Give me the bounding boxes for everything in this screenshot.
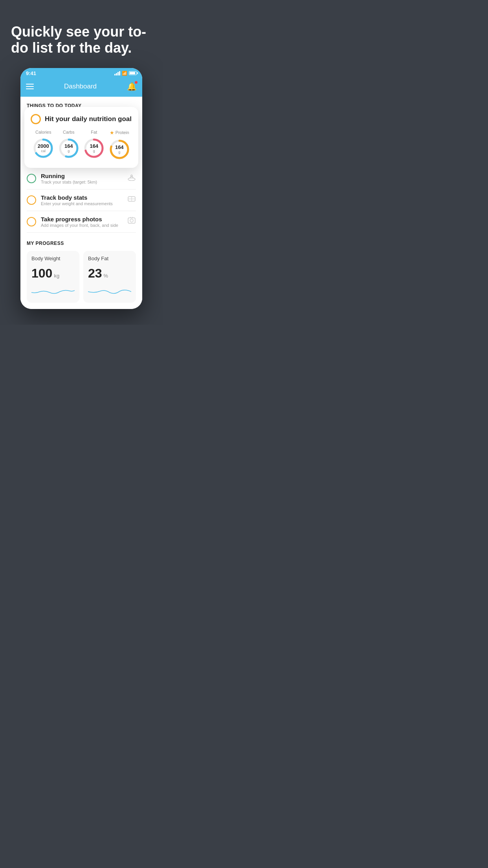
body-fat-unit: % <box>104 273 108 279</box>
body-weight-value-row: 100 kg <box>31 266 75 281</box>
status-time: 9:41 <box>26 70 36 76</box>
notifications-button[interactable]: 🔔 <box>127 82 137 91</box>
menu-button[interactable] <box>26 84 34 89</box>
running-icon <box>127 174 136 183</box>
protein-item: ★ Protein 164 g <box>108 130 131 161</box>
calorie-donut: 2000 cal <box>32 137 55 160</box>
wifi-icon: 📶 <box>122 71 127 76</box>
photos-title: Take progress photos <box>41 216 123 223</box>
fat-value: 164 <box>90 143 98 149</box>
battery-icon <box>129 71 137 75</box>
todo-list: Running Track your stats (target: 5km) <box>20 168 142 233</box>
calorie-item: Calories 2000 cal <box>32 130 55 160</box>
protein-donut: 164 g <box>108 138 131 161</box>
body-fat-value: 23 <box>88 266 102 281</box>
hero-headline: Quickly see your to-do list for the day. <box>11 24 152 56</box>
svg-point-14 <box>130 219 133 222</box>
things-to-do-section: THINGS TO DO TODAY Hit your daily nutrit… <box>20 97 142 168</box>
phone-content: THINGS TO DO TODAY Hit your daily nutrit… <box>20 97 142 309</box>
carbs-value: 164 <box>64 143 73 149</box>
running-title: Running <box>41 173 123 179</box>
body-fat-chart <box>88 285 131 296</box>
protein-value: 164 <box>115 145 124 150</box>
progress-cards: Body Weight 100 kg Body Fat 23 <box>27 251 136 303</box>
carbs-donut: 164 g <box>57 137 80 160</box>
app-header: Dashboard 🔔 <box>20 78 142 97</box>
svg-rect-13 <box>128 218 135 223</box>
body-stats-check[interactable] <box>27 195 36 205</box>
running-subtitle: Track your stats (target: 5km) <box>41 180 123 184</box>
hero-section: Quickly see your to-do list for the day. <box>0 0 163 68</box>
svg-point-9 <box>131 175 132 177</box>
background: Quickly see your to-do list for the day.… <box>0 0 163 325</box>
card-header-row: Hit your daily nutrition goal <box>31 114 132 124</box>
fat-label: Fat <box>91 130 97 134</box>
todo-item-photos[interactable]: Take progress photos Add images of your … <box>27 211 136 233</box>
nutrition-card: Hit your daily nutrition goal Calories <box>24 107 138 168</box>
body-stats-title: Track body stats <box>41 194 123 201</box>
progress-section: MY PROGRESS Body Weight 100 kg Body F <box>20 233 142 309</box>
progress-title: MY PROGRESS <box>27 241 136 246</box>
calorie-label: Calories <box>35 130 51 134</box>
status-icons: 📶 <box>114 71 137 76</box>
photos-subtitle: Add images of your front, back, and side <box>41 223 123 228</box>
calorie-value: 2000 <box>38 143 49 149</box>
nutrition-circles: Calories 2000 cal <box>31 130 132 161</box>
photo-icon <box>127 217 136 226</box>
todo-item-body-stats[interactable]: Track body stats Enter your weight and m… <box>27 189 136 211</box>
scale-icon <box>127 195 136 204</box>
body-stats-text: Track body stats Enter your weight and m… <box>41 194 123 206</box>
carbs-label: Carbs <box>63 130 74 134</box>
body-weight-value: 100 <box>31 266 52 281</box>
running-check[interactable] <box>27 174 36 183</box>
status-bar: 9:41 📶 <box>20 68 142 78</box>
header-title: Dashboard <box>64 83 97 90</box>
nutrition-check-circle[interactable] <box>31 114 41 124</box>
carbs-item: Carbs 164 g <box>57 130 80 160</box>
svg-line-15 <box>130 217 131 218</box>
svg-line-16 <box>132 217 133 218</box>
nutrition-card-title: Hit your daily nutrition goal <box>45 115 132 123</box>
body-weight-card[interactable]: Body Weight 100 kg <box>27 251 79 303</box>
svg-point-8 <box>128 178 135 181</box>
body-weight-label: Body Weight <box>31 256 75 261</box>
notification-dot <box>135 81 138 84</box>
protein-label: ★ Protein <box>110 130 129 136</box>
star-icon: ★ <box>110 130 114 136</box>
body-stats-subtitle: Enter your weight and measurements <box>41 201 123 206</box>
body-fat-label: Body Fat <box>88 256 131 261</box>
phone-mockup: 9:41 📶 Dashboard 🔔 <box>20 68 142 309</box>
body-fat-value-row: 23 % <box>88 266 131 281</box>
body-weight-chart <box>31 285 75 296</box>
fat-donut: 164 g <box>83 137 105 160</box>
photos-check[interactable] <box>27 217 36 226</box>
running-text: Running Track your stats (target: 5km) <box>41 173 123 184</box>
signal-icon <box>114 71 120 75</box>
body-weight-unit: kg <box>54 273 59 279</box>
body-fat-card[interactable]: Body Fat 23 % <box>83 251 136 303</box>
fat-item: Fat 164 g <box>83 130 105 160</box>
photos-text: Take progress photos Add images of your … <box>41 216 123 228</box>
todo-item-running[interactable]: Running Track your stats (target: 5km) <box>27 168 136 189</box>
